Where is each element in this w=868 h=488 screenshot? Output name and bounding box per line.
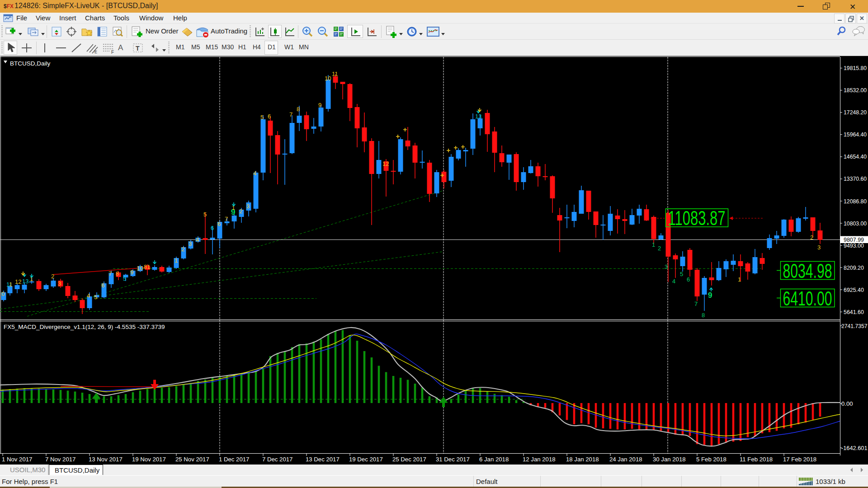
svg-text:14654.40: 14654.40 xyxy=(844,153,867,160)
svg-text:13370.60: 13370.60 xyxy=(844,175,867,182)
svg-text:10803.00: 10803.00 xyxy=(844,220,867,227)
svg-text:7: 7 xyxy=(694,300,698,307)
svg-text:1 Dec 2017: 1 Dec 2017 xyxy=(219,456,249,463)
svg-text:4: 4 xyxy=(87,292,90,299)
svg-text:4: 4 xyxy=(253,170,256,177)
svg-text:2: 2 xyxy=(810,234,813,241)
svg-text:81: 81 xyxy=(144,263,150,270)
svg-text:1 Nov 2017: 1 Nov 2017 xyxy=(2,456,32,463)
svg-text:18532.00: 18532.00 xyxy=(844,87,867,94)
svg-text:12 Jan 2018: 12 Jan 2018 xyxy=(523,456,556,463)
svg-text:11: 11 xyxy=(332,70,338,77)
svg-text:31 Dec 2017: 31 Dec 2017 xyxy=(436,456,470,463)
svg-text:4: 4 xyxy=(672,278,675,285)
svg-text:6: 6 xyxy=(101,282,104,289)
svg-text:8034.98: 8034.98 xyxy=(783,260,832,282)
svg-text:5 Feb 2018: 5 Feb 2018 xyxy=(696,456,726,463)
svg-text:7 Nov 2017: 7 Nov 2017 xyxy=(45,456,75,463)
svg-text:12: 12 xyxy=(382,160,389,167)
svg-text:18 Jan 2018: 18 Jan 2018 xyxy=(566,456,599,463)
svg-text:3: 3 xyxy=(665,263,668,270)
svg-text:12: 12 xyxy=(15,278,21,285)
svg-text:FX5_MACD_Divergence_v1.1(12, 2: FX5_MACD_Divergence_v1.1(12, 26, 9) -4.5… xyxy=(4,324,165,330)
svg-text:2: 2 xyxy=(658,245,661,252)
svg-text:5: 5 xyxy=(260,114,264,121)
svg-text:1: 1 xyxy=(738,276,741,283)
svg-text:F: F xyxy=(111,50,114,54)
svg-text:2741.7357: 2741.7357 xyxy=(841,323,868,329)
svg-text:3: 3 xyxy=(246,203,250,210)
svg-text:30 Jan 2018: 30 Jan 2018 xyxy=(653,456,686,463)
svg-text:5: 5 xyxy=(680,271,683,277)
svg-text:E: E xyxy=(94,50,97,54)
svg-text:3: 3 xyxy=(817,244,821,251)
svg-text:17248.20: 17248.20 xyxy=(844,109,867,116)
svg-text:2: 2 xyxy=(181,246,184,253)
svg-text:5: 5 xyxy=(94,294,97,300)
svg-text:BTCUSD,Daily: BTCUSD,Daily xyxy=(10,60,51,67)
svg-text:12086.80: 12086.80 xyxy=(844,198,867,205)
svg-text:5641.60: 5641.60 xyxy=(844,309,864,315)
svg-text:7: 7 xyxy=(289,111,292,118)
svg-text:7: 7 xyxy=(225,216,228,222)
svg-text:9: 9 xyxy=(318,102,321,108)
svg-text:10: 10 xyxy=(325,75,331,82)
svg-text:6: 6 xyxy=(217,221,221,227)
svg-text:-1642.601: -1642.601 xyxy=(841,445,868,451)
svg-text:9: 9 xyxy=(708,291,712,300)
svg-text:13 Dec 2017: 13 Dec 2017 xyxy=(306,456,340,463)
svg-text:9: 9 xyxy=(130,269,133,276)
svg-text:8: 8 xyxy=(297,106,300,113)
svg-text:6925.40: 6925.40 xyxy=(844,286,864,293)
svg-text:10: 10 xyxy=(137,265,143,272)
svg-text:6 Jan 2018: 6 Jan 2018 xyxy=(479,456,509,463)
svg-text:11083.87: 11083.87 xyxy=(668,207,726,229)
svg-text:5: 5 xyxy=(123,275,126,282)
svg-text:24 Jan 2018: 24 Jan 2018 xyxy=(609,456,642,463)
svg-text:2: 2 xyxy=(239,208,242,215)
svg-text:1: 1 xyxy=(652,241,655,248)
svg-text:8: 8 xyxy=(702,312,705,319)
svg-text:6: 6 xyxy=(687,276,690,283)
svg-text:8: 8 xyxy=(116,270,119,277)
svg-text:13: 13 xyxy=(475,113,481,120)
svg-text:T: T xyxy=(136,45,140,52)
svg-text:13 Nov 2017: 13 Nov 2017 xyxy=(89,456,123,463)
svg-text:3: 3 xyxy=(189,240,192,247)
svg-text:6: 6 xyxy=(211,225,214,231)
svg-text:0.00: 0.00 xyxy=(841,400,853,407)
svg-text:7: 7 xyxy=(108,270,112,277)
svg-text:9807.99: 9807.99 xyxy=(844,236,864,243)
svg-text:15964.40: 15964.40 xyxy=(844,131,867,138)
svg-text:13: 13 xyxy=(22,278,28,285)
svg-text:11 Feb 2018: 11 Feb 2018 xyxy=(740,456,773,463)
svg-text:17 Feb 2018: 17 Feb 2018 xyxy=(783,456,816,463)
svg-text:0: 0 xyxy=(1,291,5,297)
svg-text:6: 6 xyxy=(268,113,271,120)
svg-text:2: 2 xyxy=(51,273,54,280)
svg-text:1: 1 xyxy=(9,281,12,288)
svg-text:7 Dec 2017: 7 Dec 2017 xyxy=(262,456,292,463)
svg-text:8209.20: 8209.20 xyxy=(844,264,864,271)
svg-text:6410.00: 6410.00 xyxy=(783,287,832,310)
svg-text:5: 5 xyxy=(203,211,207,218)
svg-text:3: 3 xyxy=(58,280,61,287)
svg-text:25 Dec 2017: 25 Dec 2017 xyxy=(392,456,426,463)
svg-text:19815.80: 19815.80 xyxy=(844,65,867,71)
svg-text:1: 1 xyxy=(175,257,178,264)
svg-text:25 Nov 2017: 25 Nov 2017 xyxy=(175,456,209,463)
svg-text:4: 4 xyxy=(196,236,199,243)
svg-text:19 Nov 2017: 19 Nov 2017 xyxy=(132,456,166,463)
svg-text:19 Dec 2017: 19 Dec 2017 xyxy=(349,456,383,463)
